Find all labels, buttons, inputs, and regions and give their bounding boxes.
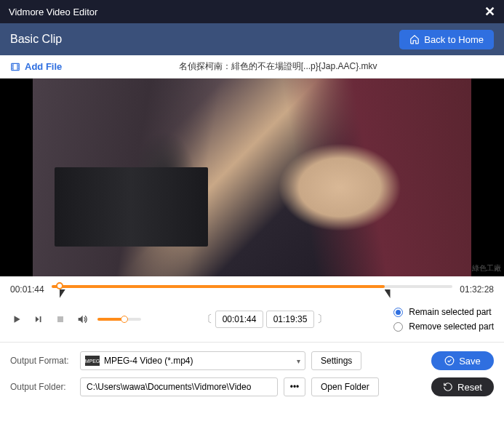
play-icon xyxy=(12,314,22,324)
browse-folder-button[interactable]: ••• xyxy=(284,377,305,396)
remove-selected-option[interactable]: Remove selected part xyxy=(393,321,494,332)
svg-rect-1 xyxy=(57,316,63,322)
volume-icon xyxy=(76,313,88,325)
reset-button[interactable]: Reset xyxy=(431,377,494,396)
close-icon[interactable]: ✕ xyxy=(484,4,495,20)
bracket-end[interactable] xyxy=(385,289,391,298)
selection-brackets xyxy=(52,289,453,300)
output-format-select[interactable]: MPEG MPEG-4 Video (*.mp4) ▾ xyxy=(80,351,305,370)
page-title: Basic Clip xyxy=(10,33,62,46)
radio-icon xyxy=(393,322,403,332)
bracket-close-icon[interactable]: 〕 xyxy=(317,313,327,326)
output-folder-label: Output Folder: xyxy=(10,382,74,392)
playback-controls: 〔 〕 Remain selected part Remove selected… xyxy=(0,300,504,343)
radio-icon xyxy=(393,308,403,317)
check-circle-icon xyxy=(444,356,455,366)
watermark: 綠色工廠 xyxy=(472,263,501,273)
reset-label: Reset xyxy=(457,382,482,393)
next-frame-icon xyxy=(33,314,44,324)
filename-display: 名偵探柯南：緋色的不在場證明[...p}{Jap.AAC}.mkv xyxy=(62,60,494,73)
svg-point-2 xyxy=(445,356,454,365)
bracket-start[interactable] xyxy=(60,289,65,298)
toolbar: Add File 名偵探柯南：緋色的不在場證明[...p}{Jap.AAC}.m… xyxy=(0,55,504,79)
save-button[interactable]: Save xyxy=(431,351,494,370)
save-label: Save xyxy=(459,356,481,367)
video-frame[interactable] xyxy=(33,79,471,276)
output-folder-input[interactable] xyxy=(80,377,278,396)
remain-selected-option[interactable]: Remain selected part xyxy=(393,307,494,317)
selection-start-input[interactable] xyxy=(215,311,263,328)
mpeg-icon: MPEG xyxy=(85,356,100,366)
add-file-button[interactable]: Add File xyxy=(10,61,62,72)
next-frame-button[interactable] xyxy=(32,313,45,326)
total-time: 01:32:28 xyxy=(460,284,494,295)
output-section: Output Format: MPEG MPEG-4 Video (*.mp4)… xyxy=(0,343,504,405)
app-title: Vidmore Video Editor xyxy=(9,7,97,17)
play-button[interactable] xyxy=(10,313,23,326)
seek-thumb[interactable] xyxy=(56,282,63,289)
output-format-row: Output Format: MPEG MPEG-4 Video (*.mp4)… xyxy=(10,351,494,370)
film-icon xyxy=(10,62,20,72)
back-label: Back to Home xyxy=(424,34,484,45)
stop-icon xyxy=(56,315,65,324)
home-icon xyxy=(409,34,420,44)
open-folder-button[interactable]: Open Folder xyxy=(311,377,379,396)
volume-button[interactable] xyxy=(76,313,89,326)
add-file-label: Add File xyxy=(25,61,62,72)
titlebar: Vidmore Video Editor ✕ xyxy=(0,0,504,23)
selection-end-input[interactable] xyxy=(266,311,314,328)
stop-button[interactable] xyxy=(54,313,67,326)
output-format-label: Output Format: xyxy=(10,356,74,366)
bracket-open-icon[interactable]: 〔 xyxy=(202,313,212,326)
output-folder-row: Output Folder: ••• Open Folder Reset xyxy=(10,377,494,396)
video-preview-area: 綠色工廠 xyxy=(0,79,504,276)
selection-mode-group: Remain selected part Remove selected par… xyxy=(393,307,494,332)
header: Basic Clip Back to Home xyxy=(0,23,504,55)
track-fill xyxy=(52,285,385,288)
current-time: 00:01:44 xyxy=(10,284,44,295)
timeline: 00:01:44 01:32:28 xyxy=(0,276,504,300)
format-value: MPEG-4 Video (*.mp4) xyxy=(104,356,193,366)
remain-label: Remain selected part xyxy=(409,307,491,317)
back-to-home-button[interactable]: Back to Home xyxy=(399,30,494,49)
seek-track[interactable] xyxy=(52,281,453,298)
reset-icon xyxy=(443,382,453,392)
settings-button[interactable]: Settings xyxy=(311,351,361,370)
volume-slider[interactable] xyxy=(97,318,141,321)
remove-label: Remove selected part xyxy=(409,321,494,332)
chevron-down-icon: ▾ xyxy=(297,357,300,365)
selection-range: 〔 〕 xyxy=(202,311,327,328)
